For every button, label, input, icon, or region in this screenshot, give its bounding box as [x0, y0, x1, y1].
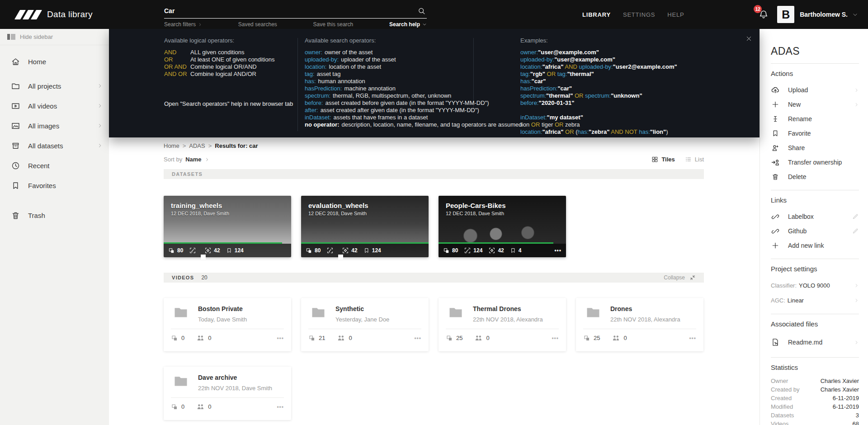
- folder-card-thermal-drones[interactable]: Thermal Drones 22th NOV 2018, Alexandra …: [439, 298, 566, 351]
- folder-date: 22th NOV 2018, Dave Smith: [198, 385, 272, 392]
- folder-card-drones[interactable]: Drones 22th NOV 2018, Alexandra 25 0 •••: [576, 298, 703, 351]
- frames-stat: 0: [171, 335, 184, 342]
- folder-card-synthetic[interactable]: Synthetic Yesterday, Jane Doe 21 0 •••: [301, 298, 429, 351]
- sidebar-item-all-videos[interactable]: All videos: [0, 96, 109, 116]
- person-plus-icon: [771, 144, 780, 152]
- action-delete[interactable]: Delete: [771, 170, 859, 184]
- nav-settings[interactable]: SETTINGS: [623, 11, 655, 18]
- search-input[interactable]: [164, 7, 408, 14]
- people-icon: [196, 334, 205, 342]
- dataset-stats-bar: 80 124 42 4 •••: [439, 244, 566, 257]
- action-upload[interactable]: Upload: [771, 83, 859, 97]
- divider: [771, 63, 859, 64]
- operator-row: hasPrediction:machine annotation: [305, 85, 522, 92]
- action-rename[interactable]: Rename: [771, 112, 859, 126]
- breadcrumb-project[interactable]: ADAS: [189, 142, 205, 149]
- setting-classifier[interactable]: Classifier: YOLO 9000: [771, 278, 859, 293]
- dataset-tile-people-cars-bikes[interactable]: People-Cars-Bikes 12 DEC 2018, Dave Smit…: [439, 196, 566, 257]
- tile-notch: [338, 255, 343, 260]
- members-stat: 0: [612, 334, 627, 342]
- folder-card-dave-archive[interactable]: Dave archive 22th NOV 2018, Dave Smith 0…: [164, 367, 291, 420]
- card-menu-button[interactable]: •••: [277, 335, 284, 341]
- nav-library[interactable]: LIBRARY: [582, 11, 611, 18]
- dataset-tile-training-wheels[interactable]: training_wheels 12 DEC 2018, Dave Smith …: [164, 196, 291, 257]
- primary-nav: LIBRARY SETTINGS HELP: [582, 0, 684, 29]
- search-help-button[interactable]: Search help: [389, 21, 427, 28]
- sort-by-control[interactable]: Sort by Name: [164, 156, 209, 163]
- action-favorite[interactable]: Favorite: [771, 126, 859, 141]
- frames-icon: [308, 335, 316, 342]
- sidebar-item-favorites[interactable]: Favorites: [0, 175, 109, 195]
- hide-sidebar-button[interactable]: Hide sidebar: [0, 29, 109, 45]
- search-field[interactable]: [164, 4, 427, 19]
- card-divider: [308, 329, 421, 329]
- bookmark-icon: [226, 247, 232, 254]
- logical-operators-column: Available logical operators: ANDALL give…: [164, 37, 293, 108]
- operator-row: inDataset:assets that have frames in a d…: [305, 114, 522, 121]
- breadcrumb-current: Results for: car: [215, 142, 258, 149]
- predictions-stat: 42: [342, 247, 357, 254]
- chevron-right-icon: [205, 157, 209, 162]
- sidebar-item-all-projects[interactable]: All projects: [0, 76, 109, 96]
- card-divider: [583, 329, 696, 329]
- chevron-down-icon: [422, 22, 427, 27]
- card-menu-button[interactable]: •••: [277, 404, 284, 410]
- action-new[interactable]: New: [771, 97, 859, 112]
- user-menu-chevron-icon[interactable]: [852, 12, 858, 18]
- save-this-search-link[interactable]: Save this search: [313, 21, 354, 28]
- folder-date: 22th NOV 2018, Alexandra: [610, 316, 680, 323]
- add-new-link-button[interactable]: Add new link: [771, 238, 859, 253]
- card-menu-button[interactable]: •••: [414, 335, 421, 341]
- dataset-name: training_wheels: [171, 202, 284, 209]
- collapse-button[interactable]: Collapse: [664, 274, 696, 281]
- saved-searches-link[interactable]: Saved searches: [238, 21, 277, 28]
- tile-menu-button[interactable]: •••: [554, 247, 561, 254]
- link-github[interactable]: Github: [771, 224, 859, 238]
- sidebar-item-all-images[interactable]: All images: [0, 116, 109, 136]
- notifications-button[interactable]: 12: [758, 9, 769, 20]
- search-icon[interactable]: [417, 7, 426, 15]
- sidebar-item-recent[interactable]: Recent: [0, 156, 109, 175]
- videos-header: VIDEOS: [172, 275, 194, 280]
- setting-agc[interactable]: AGC: Linear: [771, 293, 859, 308]
- search-area: Search filters Saved searches Save this …: [164, 4, 427, 28]
- breadcrumb-home[interactable]: Home: [164, 142, 179, 149]
- edit-pencil-icon[interactable]: [852, 227, 859, 235]
- tiles-view-button[interactable]: Tiles: [651, 156, 675, 163]
- folder-card-boston-private[interactable]: Boston Private Today, Dave Smith 0 0 •••: [164, 298, 291, 351]
- edit-pencil-icon[interactable]: [852, 213, 859, 220]
- associated-files-title: Associated files: [771, 320, 859, 328]
- nav-help[interactable]: HELP: [667, 11, 684, 18]
- bookmarks-stat: 124: [363, 247, 381, 254]
- link-labelbox[interactable]: Labelbox: [771, 209, 859, 224]
- dataset-tiles-row: training_wheels 12 DEC 2018, Dave Smith …: [164, 196, 704, 257]
- sidebar-item-all-datasets[interactable]: All datasets: [0, 136, 109, 156]
- annotations-stat: 124: [464, 247, 482, 254]
- dataset-date: 12 DEC 2018, Dave Smith: [308, 211, 421, 216]
- members-stat: 0: [196, 334, 211, 342]
- file-readme[interactable]: Readme.md: [771, 333, 859, 351]
- operator-row: uploaded-by:uploader of the asset: [305, 56, 522, 63]
- sidebar-item-trash[interactable]: Trash: [0, 205, 109, 225]
- app-logo[interactable]: Data library: [17, 0, 93, 29]
- dataset-tile-evaluation-wheels[interactable]: evaluation_wheels 12 DEC 2018, Dave Smit…: [301, 196, 429, 257]
- search-filters-link[interactable]: Search filters: [164, 21, 202, 28]
- stat-created: Created6-11-2019: [771, 394, 859, 402]
- action-share[interactable]: Share: [771, 141, 859, 155]
- card-menu-button[interactable]: •••: [689, 335, 696, 341]
- list-view-button[interactable]: List: [685, 156, 704, 163]
- open-search-operators-help-link[interactable]: Open "Search operators" help in new brow…: [164, 100, 293, 108]
- sidebar-item-home[interactable]: Home: [0, 52, 109, 71]
- bookmarks-stat: 124: [226, 247, 244, 254]
- avatar[interactable]: B: [777, 6, 794, 23]
- example-row: inDataset:"my dataset": [520, 114, 677, 121]
- action-transfer-ownership[interactable]: Transfer ownership: [771, 155, 859, 170]
- card-menu-button[interactable]: •••: [552, 335, 559, 341]
- videos-count: 20: [201, 274, 207, 281]
- plus-icon: [771, 100, 780, 109]
- frames-stat: 25: [446, 335, 462, 342]
- people-icon: [474, 334, 483, 342]
- close-overlay-button[interactable]: [745, 35, 752, 42]
- search-operators-column: Available search operators: owner:owner …: [305, 37, 522, 128]
- bookmark-icon: [771, 129, 780, 137]
